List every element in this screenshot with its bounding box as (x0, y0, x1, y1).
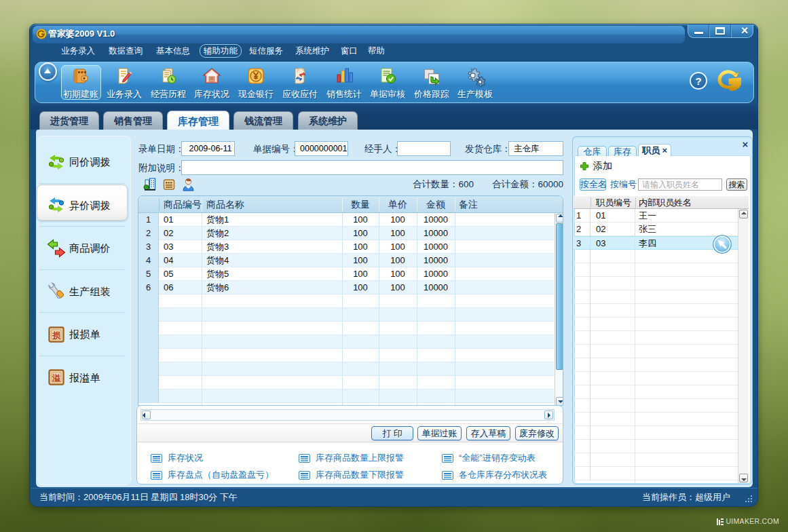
svg-text:溢: 溢 (52, 373, 60, 383)
svg-text:损: 损 (52, 330, 61, 340)
